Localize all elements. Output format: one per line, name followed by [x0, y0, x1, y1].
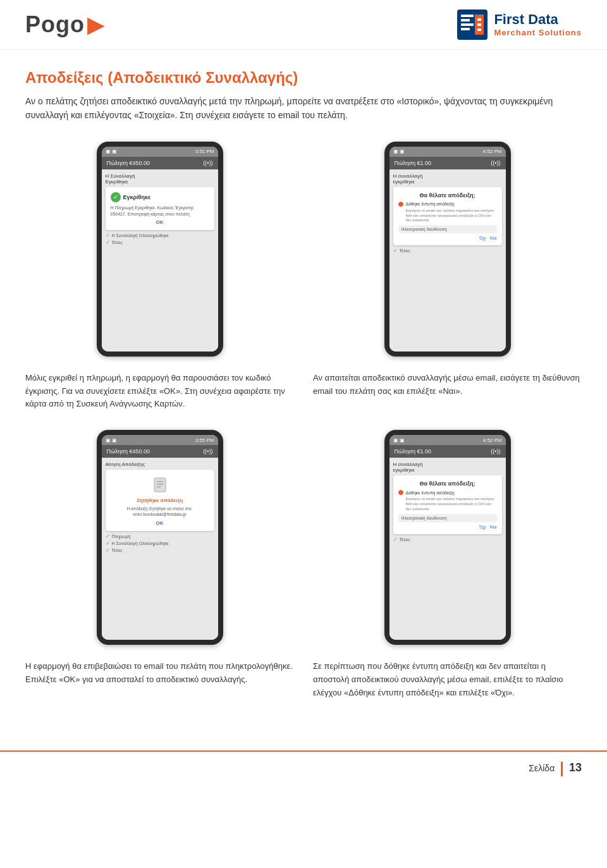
phone-screen-right: ▣ ▣ 4:52 PM Πώληση €1.00 ((•)) Η συναλλα…: [389, 147, 506, 351]
firstdata-text: First Data Merchant Solutions: [494, 11, 582, 38]
phone-status-bar-bottom-right: ▣ ▣ 4:52 PM: [389, 435, 506, 445]
status-time-right: 4:52 PM: [483, 149, 502, 154]
phone-screen-bottom-right: ▣ ▣ 4:52 PM Πώληση €1.00 ((•)) Η συναλλα…: [389, 435, 506, 640]
app-header-label-bottom-right: Πώληση €1.00: [395, 448, 431, 455]
phone-dialog-receipt-right: Θα θέλατε απόδειξη; Δόθηκε έντυπη απόδει…: [393, 187, 502, 245]
receipt-option-desc-bottom-right: Εισάγετε το email του πελάτη παρακάτω κα…: [406, 497, 497, 511]
check-icon-3-bottom-left: ✓: [106, 547, 110, 553]
success-text-left: Η Συναλλαγή Εγκρίθηκε: [106, 173, 214, 185]
description-col-left: Μόλις εγκριθεί η πληρωμή, η εφαρμογή θα …: [25, 372, 294, 411]
left-screenshot-container: ▣ ▣ 3:51 PM Πώληση €450.00 ((•)) Η Συναλ…: [25, 142, 294, 357]
receipt-option-1-bottom-right: Δόθηκε έντυπη απόδειξη: [398, 490, 497, 495]
app-header-label-bottom-left: Πώληση €450.00: [107, 448, 150, 455]
phone-checklist-bottom-left: ✓ Πληρωμή ✓ Η Συναλλαγή Ολοκληρώθηκε ✓ Τ…: [106, 534, 214, 553]
phone-screen-left: ▣ ▣ 3:51 PM Πώληση €450.00 ((•)) Η Συναλ…: [102, 147, 218, 351]
receipt-email-input-right[interactable]: Ηλεκτρονική διεύθυνση: [398, 225, 497, 233]
page-title: Αποδείξεις (Αποδεικτικό Συναλλαγής): [25, 69, 582, 87]
pogo-arrow-icon: ▶: [87, 11, 105, 38]
check-icon-1-bottom-left: ✓: [106, 534, 110, 539]
firstdata-logo: First Data Merchant Solutions: [457, 9, 582, 40]
checklist-item-1-left: ✓ Η Συναλλαγή Ολοκληρώθηκε: [106, 233, 214, 238]
phone-status-bar-left: ▣ ▣ 3:51 PM: [102, 147, 218, 157]
dialog-approved-left: ✓ Εγκρίθηκε: [111, 192, 209, 202]
firstdata-first-line: First Data: [494, 11, 582, 28]
pogo-text: Pogo: [25, 11, 85, 38]
status-icons-bottom-left: ▣ ▣: [106, 437, 117, 443]
request-dialog-body-bottom-left: Η απόδειξη Ζητήθηκε να σταλεί στο: eirin…: [111, 506, 209, 517]
receipt-option-text-right: Δόθηκε έντυπη απόδειξη: [406, 202, 455, 206]
footer-label: Σελίδα: [529, 763, 555, 773]
checklist-item-1-bottom-left: ✓ Πληρωμή: [106, 534, 214, 539]
main-content: Αποδείξεις (Αποδεικτικό Συναλλαγής) Αν ο…: [0, 50, 607, 738]
page-footer: Σελίδα | 13: [0, 750, 607, 785]
receipt-icon-bottom-left: [152, 477, 168, 492]
dialog-title-left: Εγκρίθηκε: [123, 194, 151, 200]
radio-selected-bottom-right: [398, 490, 403, 495]
phone-checklist-bottom-right: ✓ Τέλος: [393, 537, 502, 542]
phone-status-bar-bottom-left: ▣ ▣ 3:55 PM: [102, 435, 218, 445]
phone-app-header-right: Πώληση €1.00 ((•)): [389, 157, 506, 169]
phone-dialog-left: ✓ Εγκρίθηκε Η Πληρωμή Εγκρίθηκε. Κωδικός…: [106, 187, 214, 231]
bottom-description-col-right: Σε περίπτωση που δόθηκε έντυπη απόδειξη …: [313, 660, 582, 699]
status-time-left: 3:51 PM: [195, 149, 214, 154]
dialog-receipt-title-right: Θα θέλατε απόδειξη;: [398, 192, 497, 199]
svg-rect-2: [461, 19, 470, 21]
checklist-item-1-right: ✓ Τέλος: [393, 248, 502, 254]
receipt-btn-yes-bottom-right[interactable]: Ναι: [490, 525, 497, 529]
dialog-receipt-title-bottom-right: Θα θέλατε απόδειξη;: [398, 480, 497, 487]
status-time-bottom-right: 4:52 PM: [483, 437, 502, 443]
description-col-right: Αν απαιτείται αποδεικτικό συναλλαγής μέσ…: [313, 372, 582, 411]
top-description-row: Μόλις εγκριθεί η πληρωμή, η εφαρμογή θα …: [25, 372, 582, 411]
dialog-ok-left[interactable]: ΟΚ: [111, 219, 209, 225]
phone-app-header-left: Πώληση €450.00 ((•)): [102, 157, 218, 169]
bottom-right-screenshot-container: ▣ ▣ 4:52 PM Πώληση €1.00 ((•)) Η συναλλα…: [313, 430, 582, 645]
app-header-label-right: Πώληση €1.00: [395, 160, 431, 166]
right-screenshot-container: ▣ ▣ 4:52 PM Πώληση €1.00 ((•)) Η συναλλα…: [313, 142, 582, 357]
checklist-item-3-bottom-left: ✓ Τέλος: [106, 547, 214, 553]
wifi-icon-bottom-right: ((•)): [491, 448, 500, 455]
section-label-bottom-left: Αίτηση Απόδειξης: [106, 462, 214, 467]
phone-app-body-bottom-left: Αίτηση Απόδειξης Ζητήθηκε απόδειξη: [102, 458, 218, 640]
success-text-bottom-right: Η συναλλαγή εγκρίθηκε: [393, 462, 502, 473]
checklist-item-1-bottom-right: ✓ Τέλος: [393, 537, 502, 542]
status-icons-left: ▣ ▣: [106, 149, 117, 154]
request-dialog-ok-bottom-left[interactable]: ΟΚ: [111, 520, 209, 526]
receipt-btn-yes-right[interactable]: Ναι: [490, 236, 497, 240]
pogo-logo: Pogo ▶: [25, 11, 105, 38]
intro-text: Αν ο πελάτης ζητήσει αποδεικτικό συναλλα…: [25, 94, 582, 123]
svg-rect-7: [477, 18, 481, 21]
app-header-label-left: Πώληση €450.00: [107, 160, 150, 166]
check-icon-2-left: ✓: [106, 240, 110, 245]
page-header: Pogo ▶ First Data Merchant Solutions: [0, 0, 607, 50]
footer-divider: |: [560, 759, 564, 777]
svg-rect-4: [461, 28, 470, 30]
phone-app-header-bottom-right: Πώληση €1.00 ((•)): [389, 445, 506, 458]
phone-status-bar-right: ▣ ▣ 4:52 PM: [389, 147, 506, 157]
status-icons-right: ▣ ▣: [393, 149, 405, 154]
dialog-body-left: Η Πληρωμή Εγκρίθηκε. Κωδικός Έγκρισης 05…: [111, 205, 209, 217]
receipt-option-desc-right: Εισάγετε το email του πελάτη παρακάτω κα…: [406, 209, 497, 223]
receipt-email-input-bottom-right[interactable]: Ηλεκτρονική διεύθυνση: [398, 514, 497, 522]
firstdata-merchant-line: Merchant Solutions: [494, 28, 582, 38]
status-icons-bottom-right: ▣ ▣: [393, 437, 405, 443]
receipt-option-1-right: Δόθηκε έντυπη απόδειξη: [398, 202, 497, 207]
phone-app-body-right: Η συναλλαγή εγκρίθηκε Θα θέλατε απόδειξη…: [389, 169, 506, 351]
svg-rect-8: [477, 23, 481, 26]
check-icon-1-left: ✓: [106, 233, 110, 238]
firstdata-icon: [457, 9, 487, 40]
phone-checklist-right: ✓ Τέλος: [393, 248, 502, 254]
wifi-icon-right: ((•)): [491, 160, 500, 166]
check-icon-2-bottom-left: ✓: [106, 541, 110, 546]
svg-rect-10: [154, 478, 166, 492]
check-icon-1-right: ✓: [393, 248, 398, 254]
top-screenshots-row: ▣ ▣ 3:51 PM Πώληση €450.00 ((•)) Η Συναλ…: [25, 142, 582, 357]
radio-selected-right: [398, 202, 403, 207]
bottom-screenshots-row: ▣ ▣ 3:55 PM Πώληση €450.00 ((•)) Αίτηση …: [25, 430, 582, 645]
receipt-btn-no-bottom-right[interactable]: Όχι: [479, 525, 486, 529]
phone-app-body-left: Η Συναλλαγή Εγκρίθηκε ✓ Εγκρίθηκε Η Πληρ…: [102, 169, 218, 351]
phone-checklist-left: ✓ Η Συναλλαγή Ολοκληρώθηκε ✓ Τέλος: [106, 233, 214, 245]
receipt-btn-no-right[interactable]: Όχι: [479, 236, 486, 240]
success-text-right: Η συναλλαγή εγκρίθηκε: [393, 173, 502, 185]
phone-app-body-bottom-right: Η συναλλαγή εγκρίθηκε Θα θέλατε απόδειξη…: [389, 458, 506, 640]
phone-mockup-right: ▣ ▣ 4:52 PM Πώληση €1.00 ((•)) Η συναλλα…: [384, 142, 511, 357]
